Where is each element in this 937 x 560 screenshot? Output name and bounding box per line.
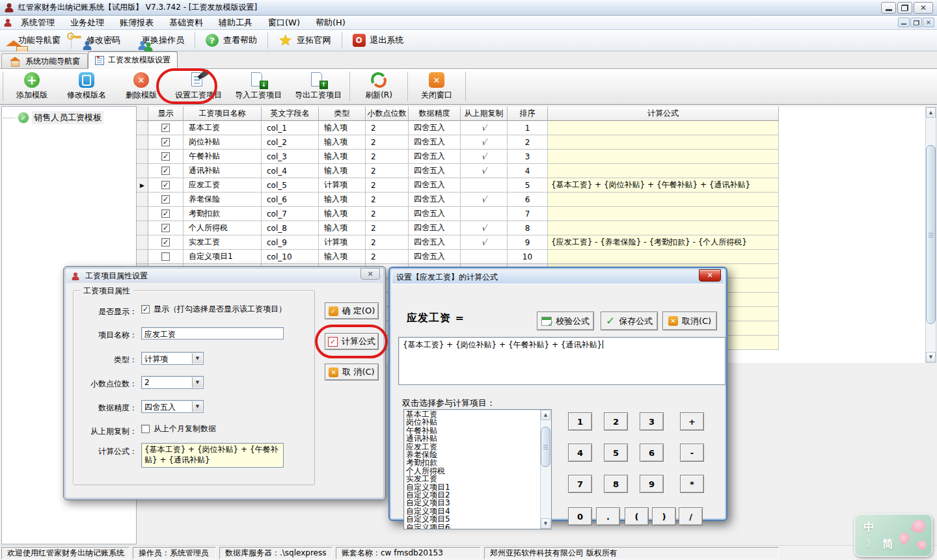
show-checkbox-cell[interactable]: ✓: [148, 221, 183, 235]
ime-simplified-indicator[interactable]: 简: [882, 537, 893, 552]
show-checkbox[interactable]: ✓: [141, 305, 150, 313]
table-row[interactable]: ✓实发工资col_9计算项2四舍五入√9{应发工资} - {养老保险} - {考…: [137, 235, 925, 250]
column-header-3[interactable]: 英文字段名: [262, 107, 319, 121]
column-header-1[interactable]: 显示: [148, 107, 183, 121]
ime-language-indicator[interactable]: 中: [863, 520, 875, 535]
toolbar-button-password[interactable]: 修改密码: [74, 33, 129, 48]
keypad-button-2[interactable]: 2: [604, 412, 628, 431]
column-header-7[interactable]: 从上期复制: [461, 107, 508, 121]
column-header-8[interactable]: 排序: [508, 107, 548, 121]
show-checkbox[interactable]: ✓: [161, 195, 170, 204]
list-item[interactable]: 考勤扣款: [406, 459, 539, 466]
toolbar-button-export[interactable]: ↑导出工资项目: [288, 69, 348, 104]
validate-formula-button[interactable]: 校验公式: [537, 312, 594, 330]
mdi-restore-button[interactable]: [910, 18, 922, 27]
keypad-button-)[interactable]: ): [652, 507, 676, 526]
cancel-button[interactable]: ✕ 取 消(C): [325, 364, 379, 380]
table-row[interactable]: ✓考勤扣款col_7输入项2四舍五入7: [137, 207, 925, 221]
show-checkbox-cell[interactable]: ✓: [148, 207, 183, 221]
cancel-formula-button[interactable]: ✕ 取消(C): [662, 312, 717, 330]
decimals-select[interactable]: 2 ▼: [141, 376, 204, 389]
toolbar-button-rename[interactable]: 修改模版名: [59, 69, 114, 104]
column-header-5[interactable]: 小数点位数: [366, 107, 409, 121]
show-checkbox-cell[interactable]: [148, 250, 183, 264]
show-checkbox[interactable]: ✓: [161, 238, 170, 247]
calc-items-listbox[interactable]: 基本工资岗位补贴午餐补贴通讯补贴应发工资养老保险考勤扣款个人所得税实发工资自定义…: [403, 409, 552, 529]
list-item[interactable]: 自定义项目6: [406, 524, 539, 529]
type-select[interactable]: 计算项 ▼: [141, 352, 204, 365]
keypad-button-([interactable]: (: [625, 507, 649, 526]
table-row[interactable]: ✓午餐补贴col_3输入项2四舍五入√3: [137, 150, 925, 164]
menu-item-6[interactable]: 窗口(W): [260, 15, 308, 31]
mdi-minimize-button[interactable]: [898, 18, 910, 27]
show-checkbox-cell[interactable]: ✓: [148, 135, 183, 150]
scroll-up-arrow[interactable]: ▲: [541, 410, 550, 420]
show-checkbox[interactable]: ✓: [161, 124, 170, 132]
keypad-button-*[interactable]: *: [680, 475, 704, 493]
keypad-button-/[interactable]: /: [679, 507, 703, 526]
show-checkbox-cell[interactable]: ✓: [148, 121, 183, 135]
keypad-button-1[interactable]: 1: [568, 412, 592, 431]
tab-salary-template-settings[interactable]: 工资发放模版设置: [88, 51, 178, 69]
menu-item-3[interactable]: 账簿报表: [112, 15, 161, 31]
save-formula-button[interactable]: ✓ 保存公式: [601, 312, 658, 330]
scroll-down-arrow[interactable]: ▼: [926, 352, 936, 362]
table-row[interactable]: 自定义项目1col_10输入项2四舍五入10: [137, 250, 925, 264]
show-checkbox[interactable]: ✓: [161, 181, 170, 189]
copy-prev-checkbox[interactable]: [141, 425, 150, 433]
table-row[interactable]: ▶✓应发工资col_5计算项2四舍五入5{基本工资} + {岗位补贴} + {午…: [137, 178, 925, 193]
scroll-thumb[interactable]: [926, 145, 936, 324]
list-scrollbar[interactable]: ▲ ▼: [540, 410, 551, 529]
keypad-button-4[interactable]: 4: [568, 444, 592, 462]
keypad-button-7[interactable]: 7: [568, 475, 592, 493]
keypad-button-5[interactable]: 5: [604, 444, 628, 462]
list-item[interactable]: 自定义项目5: [406, 515, 539, 523]
show-checkbox[interactable]: ✓: [161, 209, 170, 218]
toolbar-button-close-window[interactable]: ✕关闭窗口: [409, 69, 464, 104]
chevron-down-icon[interactable]: ▼: [192, 353, 202, 364]
show-checkbox-cell[interactable]: ✓: [148, 178, 183, 193]
toolbar-button-setup[interactable]: 设置工资项目: [169, 69, 228, 104]
ime-panel[interactable]: 中 ； ☽ 简: [854, 514, 932, 557]
show-checkbox[interactable]: ✓: [161, 224, 170, 232]
list-item[interactable]: 岗位补贴: [406, 418, 539, 426]
table-row[interactable]: ✓养老保险col_6输入项2四舍五入√6: [137, 193, 925, 207]
chevron-down-icon[interactable]: ▼: [192, 401, 202, 412]
chevron-down-icon[interactable]: ▼: [192, 377, 202, 388]
menu-item-5[interactable]: 辅助工具: [211, 15, 260, 31]
show-checkbox-cell[interactable]: ✓: [148, 193, 183, 207]
minimize-button[interactable]: [881, 2, 896, 14]
menu-item-2[interactable]: 业务处理: [62, 15, 112, 31]
keypad-button-+[interactable]: +: [680, 412, 704, 431]
show-checkbox[interactable]: ✓: [161, 152, 170, 161]
close-button[interactable]: ✕: [914, 2, 933, 14]
scroll-down-arrow[interactable]: ▼: [541, 518, 550, 529]
keypad-button-0[interactable]: 0: [568, 507, 592, 526]
column-header-9[interactable]: 计算公式: [548, 107, 779, 121]
show-checkbox[interactable]: ✓: [161, 138, 170, 146]
calc-formula-button[interactable]: ✓ 计算公式: [325, 333, 379, 350]
grid-vertical-scrollbar[interactable]: ▲ ▼: [925, 107, 936, 363]
show-checkbox[interactable]: ✓: [161, 167, 170, 175]
list-item[interactable]: 实发工资: [406, 475, 539, 483]
dialog-close-button[interactable]: ✕: [699, 269, 721, 282]
menu-item-4[interactable]: 基础资料: [161, 15, 211, 31]
keypad-button-3[interactable]: 3: [640, 412, 664, 431]
show-checkbox-cell[interactable]: ✓: [148, 150, 183, 164]
menu-item-1[interactable]: 系统管理: [13, 15, 62, 31]
precision-select[interactable]: 四舍五入 ▼: [141, 400, 204, 413]
table-row[interactable]: ✓通讯补贴col_4输入项2四舍五入√4: [137, 164, 925, 178]
column-header-4[interactable]: 类型: [319, 107, 366, 121]
column-header-6[interactable]: 数据精度: [409, 107, 461, 121]
table-row[interactable]: ✓个人所得税col_8输入项2四舍五入√8: [137, 221, 925, 235]
ime-punctuation-indicator[interactable]: ；: [884, 521, 892, 533]
keypad-button-6[interactable]: 6: [640, 444, 664, 462]
keypad-button-9[interactable]: 9: [640, 475, 664, 493]
toolbar-button-star[interactable]: ★亚拓官网: [270, 32, 340, 49]
mdi-close-button[interactable]: ✕: [923, 18, 934, 27]
dialog-close-button[interactable]: ✕: [360, 268, 380, 280]
toolbar-button-help[interactable]: ?查看帮助: [197, 32, 265, 49]
item-name-input[interactable]: 应发工资: [141, 327, 284, 340]
menu-item-7[interactable]: 帮助(H): [308, 15, 353, 31]
toolbar-button-operator[interactable]: 更换操作员: [129, 33, 193, 48]
